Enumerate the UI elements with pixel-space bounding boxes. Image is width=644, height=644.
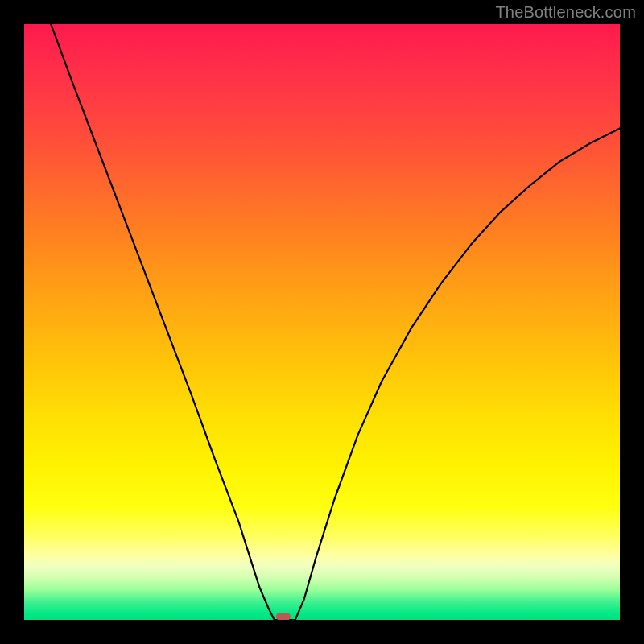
watermark-text: TheBottleneck.com: [495, 3, 636, 22]
bottleneck-curve: [24, 24, 620, 620]
plot-area: [24, 24, 620, 620]
chart-frame: TheBottleneck.com: [0, 0, 644, 644]
optimum-marker: [276, 613, 291, 620]
